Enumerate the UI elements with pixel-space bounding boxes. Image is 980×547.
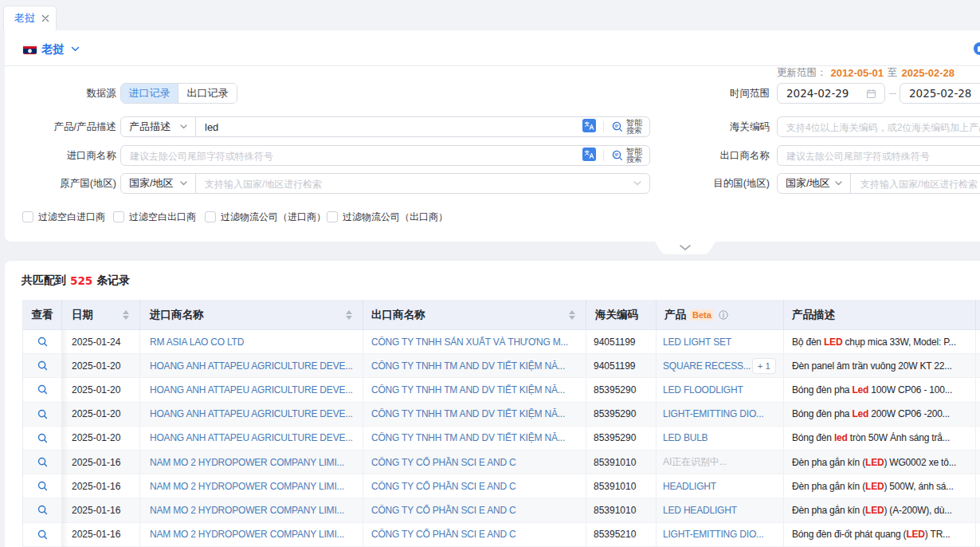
view-record-icon[interactable] xyxy=(37,360,48,371)
exporter-link[interactable]: CÔNG TY CỔ PHẦN SCI E AND C xyxy=(371,529,516,540)
checkbox-icon[interactable] xyxy=(327,211,338,222)
smart-search-button[interactable]: 智能搜索 xyxy=(611,148,642,164)
exporter-link[interactable]: CÔNG TY TNHH SẢN XUẤT VÀ THƯƠNG M... xyxy=(371,336,568,348)
importer-link[interactable]: HOANG ANH ATTAPEU AGRICULTURE DEVE... xyxy=(150,408,353,419)
product-type-select[interactable]: 产品描述 xyxy=(121,117,195,136)
column-label: 日期 xyxy=(72,308,93,322)
origin-country-select[interactable]: 国家/地区 xyxy=(121,174,195,193)
importer-link[interactable]: NAM MO 2 HYDROPOWER COMPANY LIMI... xyxy=(150,529,344,540)
filter-checkbox-3[interactable]: 过滤物流公司（出口商） xyxy=(327,211,448,222)
importer-link[interactable]: HOANG ANH ATTAPEU AGRICULTURE DEVE... xyxy=(150,432,353,443)
view-record-icon[interactable] xyxy=(37,433,48,443)
chevron-down-icon xyxy=(180,124,187,129)
table-row: 2025-01-20HOANG ANH ATTAPEU AGRICULTURE … xyxy=(22,354,980,378)
importer-link[interactable]: NAM MO 2 HYDROPOWER COMPANY LIMI... xyxy=(150,505,344,516)
product-input[interactable] xyxy=(196,117,582,136)
product-link[interactable]: HEADLIGHT xyxy=(663,481,716,492)
sort-icon[interactable] xyxy=(123,310,129,320)
info-icon[interactable] xyxy=(719,310,728,320)
date-end-field xyxy=(900,83,980,104)
column-header-date[interactable]: 日期 xyxy=(62,300,140,330)
column-label: 出口商名称 xyxy=(371,308,425,322)
sort-icon[interactable] xyxy=(569,310,575,320)
tab-laos[interactable]: 老挝 xyxy=(3,6,57,30)
view-record-icon[interactable] xyxy=(37,384,48,395)
smart-search-button[interactable]: 智能搜索 xyxy=(611,119,642,136)
table-row: 2025-01-16NAM MO 2 HYDROPOWER COMPANY LI… xyxy=(22,498,980,522)
product-link[interactable]: LED FLOODLIGHT xyxy=(663,384,743,395)
product-link[interactable]: LIGHT-EMITTING DIO... xyxy=(663,408,763,419)
view-record-icon[interactable] xyxy=(37,529,48,540)
hs-code-value: 85395210 xyxy=(594,529,636,540)
data-source-label: 数据源 xyxy=(0,83,116,104)
checkbox-icon[interactable] xyxy=(113,211,124,222)
checkbox-icon[interactable] xyxy=(205,211,216,222)
record-date: 2025-01-16 xyxy=(72,505,120,516)
product-link[interactable]: LED LIGHT SET xyxy=(663,336,731,348)
country-name[interactable]: 老挝 xyxy=(41,42,64,57)
hs-code-value: 85395290 xyxy=(594,384,636,395)
filter-checkbox-1[interactable]: 过滤空白出口商 xyxy=(113,211,196,222)
view-record-icon[interactable] xyxy=(37,336,48,347)
hs-code-value: 85391010 xyxy=(594,481,636,492)
importer-link[interactable]: NAM MO 2 HYDROPOWER COMPANY LIMI... xyxy=(150,457,344,468)
column-header-product: 产品Beta xyxy=(657,300,784,330)
column-label: 产品 xyxy=(664,308,686,322)
filter-checkbox-2[interactable]: 过滤物流公司（进口商） xyxy=(205,211,326,222)
importer-field: 智能搜索 xyxy=(120,145,650,166)
column-header-view: 查看 xyxy=(22,300,62,330)
import-records-tab[interactable]: 进口记录 xyxy=(121,84,178,103)
exporter-link[interactable]: CÔNG TY CỔ PHẦN SCI E AND C xyxy=(371,505,516,516)
hs-code-value: 94051199 xyxy=(594,336,636,348)
column-header-importer[interactable]: 进口商名称 xyxy=(140,300,363,330)
product-link[interactable]: LED BULB xyxy=(663,432,708,443)
summary-suffix: 条记录 xyxy=(96,274,130,288)
view-record-icon[interactable] xyxy=(37,457,48,467)
column-header-exporter[interactable]: 出口商名称 xyxy=(363,300,586,330)
exporter-link[interactable]: CÔNG TY TNHH TM AND DV TIẾT KIỆM NĂ... xyxy=(371,360,565,372)
checkbox-icon[interactable] xyxy=(22,211,33,222)
filter-checkbox-0[interactable]: 过滤空白进口商 xyxy=(22,211,105,222)
view-record-icon[interactable] xyxy=(37,481,48,491)
laos-flag-icon xyxy=(23,45,37,54)
product-link[interactable]: LED HEADLIGHT xyxy=(663,505,737,516)
sort-icon[interactable] xyxy=(346,310,352,320)
chevron-down-icon[interactable] xyxy=(71,46,80,52)
exporter-link[interactable]: CÔNG TY TNHH TM AND DV TIẾT KIỆM NĂ... xyxy=(371,384,565,395)
importer-link[interactable]: RM ASIA LAO CO LTD xyxy=(150,336,244,348)
importer-link[interactable]: HOANG ANH ATTAPEU AGRICULTURE DEVE... xyxy=(150,384,353,395)
origin-country-input[interactable] xyxy=(196,174,633,193)
calendar-icon[interactable] xyxy=(866,89,876,99)
record-date: 2025-01-20 xyxy=(72,408,120,419)
table-row: 2025-01-16NAM MO 2 HYDROPOWER COMPANY LI… xyxy=(22,523,980,547)
hs-code-value: 85395290 xyxy=(594,432,636,443)
product-link[interactable]: SQUARE RECESS... xyxy=(663,360,751,372)
product-link[interactable]: LIGHT-EMITTING DIO... xyxy=(663,529,763,540)
exporter-link[interactable]: CÔNG TY TNHH TM AND DV TIẾT KIỆM NĂ... xyxy=(371,408,565,419)
table-row: 2025-01-20HOANG ANH ATTAPEU AGRICULTURE … xyxy=(22,403,980,427)
more-products-badge[interactable]: + 1 xyxy=(752,358,776,374)
importer-link[interactable]: HOANG ANH ATTAPEU AGRICULTURE DEVE... xyxy=(150,360,353,372)
date-start-input[interactable] xyxy=(778,84,866,103)
importer-input[interactable] xyxy=(121,146,582,165)
exporter-link[interactable]: CÔNG TY TNHH TM AND DV TIẾT KIỆM NĂ... xyxy=(371,432,565,443)
exporter-label: 出口商名称 xyxy=(653,145,770,166)
importer-link[interactable]: NAM MO 2 HYDROPOWER COMPANY LIMI... xyxy=(150,481,344,492)
export-records-tab[interactable]: 出口记录 xyxy=(178,84,237,103)
dest-country-select[interactable]: 国家/地区 xyxy=(778,174,850,193)
view-record-icon[interactable] xyxy=(37,505,48,515)
dest-country-input[interactable] xyxy=(851,174,980,193)
exporter-link[interactable]: CÔNG TY CỔ PHẦN SCI E AND C xyxy=(371,481,516,492)
product-description: Đèn pha gắn kín (LED) (A-200W), dù... xyxy=(792,505,952,516)
translate-icon[interactable] xyxy=(582,148,596,164)
exporter-link[interactable]: CÔNG TY CỔ PHẦN SCI E AND C xyxy=(371,457,516,468)
translate-icon[interactable] xyxy=(582,119,596,136)
hs-code-input[interactable] xyxy=(778,117,980,136)
product-description: Đèn panel âm trần vuông 20W KT 22... xyxy=(792,360,952,372)
collapse-panel-button[interactable] xyxy=(653,242,718,256)
date-end-input[interactable] xyxy=(900,84,980,103)
exporter-input[interactable] xyxy=(778,146,980,165)
close-icon[interactable] xyxy=(41,14,49,22)
view-record-icon[interactable] xyxy=(37,409,48,419)
chevron-down-icon xyxy=(180,181,187,186)
